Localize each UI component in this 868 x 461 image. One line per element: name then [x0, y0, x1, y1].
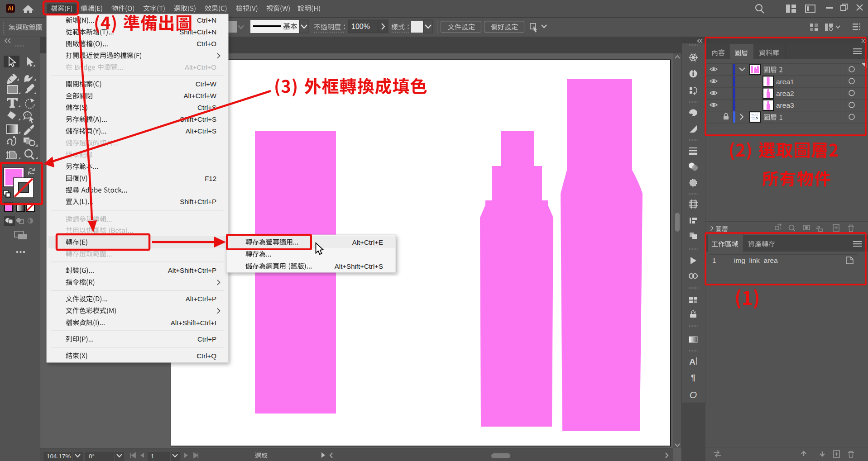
svg-text:Alt+Ctrl+W: Alt+Ctrl+W: [183, 92, 216, 100]
svg-text:area1: area1: [776, 78, 794, 86]
svg-text:area2: area2: [776, 90, 794, 97]
svg-text:Ctrl+N: Ctrl+N: [197, 16, 216, 24]
svg-text:Ctrl+O: Ctrl+O: [197, 40, 216, 48]
svg-text:1: 1: [151, 453, 154, 460]
svg-text:¶: ¶: [691, 373, 695, 382]
svg-text:Ai: Ai: [8, 5, 13, 12]
svg-text:Alt+Ctrl+O: Alt+Ctrl+O: [185, 63, 216, 71]
svg-text:O: O: [690, 390, 697, 400]
svg-text:A: A: [689, 357, 695, 366]
svg-text:Shift+Ctrl+P: Shift+Ctrl+P: [180, 198, 216, 205]
svg-text:Alt+Shift+Ctrl+I: Alt+Shift+Ctrl+I: [171, 319, 216, 327]
svg-text:area3: area3: [776, 101, 794, 109]
svg-text:Alt+Ctrl+S: Alt+Ctrl+S: [186, 127, 216, 135]
svg-text:Alt+Ctrl+P: Alt+Ctrl+P: [186, 295, 216, 303]
svg-text:img_link_area: img_link_area: [734, 257, 778, 264]
svg-text:F12: F12: [205, 175, 216, 182]
svg-text:Ctrl+P: Ctrl+P: [197, 335, 216, 343]
svg-text:Ctrl+Q: Ctrl+Q: [197, 352, 216, 360]
svg-text:Alt+Shift+Ctrl+P: Alt+Shift+Ctrl+P: [168, 266, 216, 274]
svg-text:100%: 100%: [351, 23, 370, 30]
svg-text:0°: 0°: [89, 453, 95, 460]
svg-text:1: 1: [712, 257, 716, 264]
svg-text:Alt+Ctrl+E: Alt+Ctrl+E: [352, 238, 383, 246]
svg-text:Alt+Shift+Ctrl+S: Alt+Shift+Ctrl+S: [335, 262, 383, 270]
svg-text:104.17%: 104.17%: [47, 453, 71, 460]
svg-text:Ctrl+W: Ctrl+W: [196, 80, 217, 88]
